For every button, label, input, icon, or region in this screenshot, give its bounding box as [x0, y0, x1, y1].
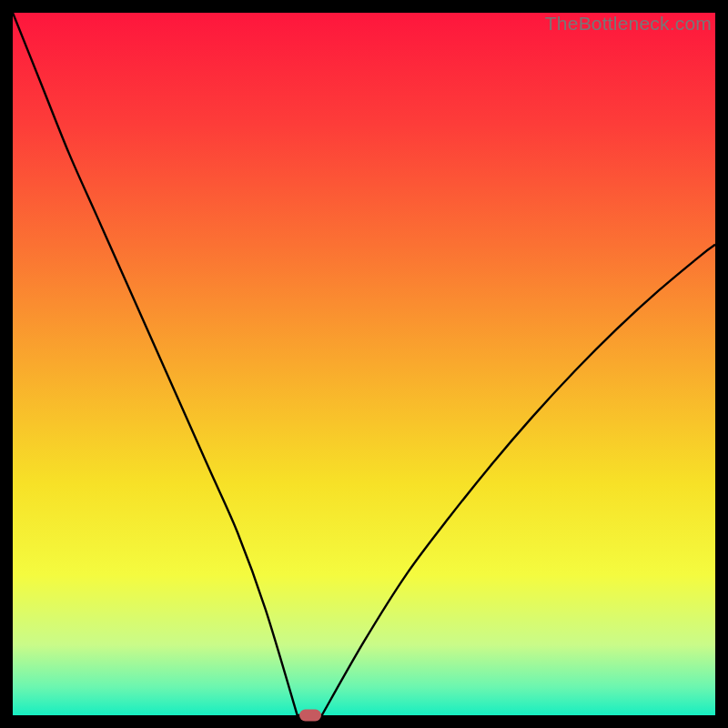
watermark-text: TheBottleneck.com [545, 13, 712, 35]
chart-frame: TheBottleneck.com [13, 13, 715, 715]
chart-background [13, 13, 715, 715]
optimal-point-marker [299, 710, 321, 722]
chart-canvas [13, 13, 715, 715]
